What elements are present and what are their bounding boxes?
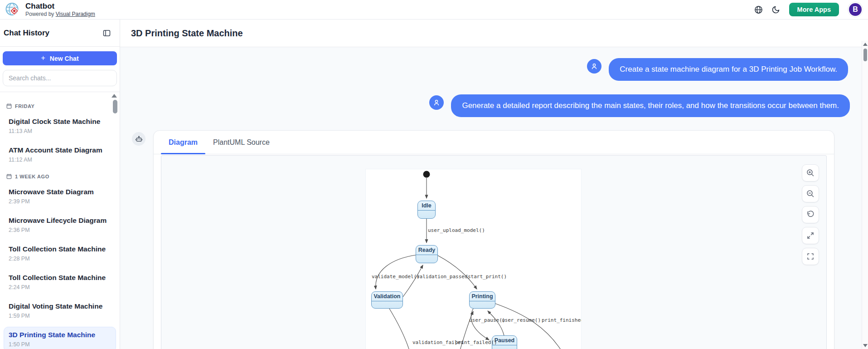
person-icon <box>433 99 440 106</box>
brand: Chatbot Powered by Visual Paradigm <box>5 1 95 18</box>
state-name: Validation <box>372 292 402 301</box>
sidebar-heading: Chat History <box>4 29 49 38</box>
reset-view-button[interactable] <box>802 206 819 223</box>
main-scrollbar <box>862 41 868 349</box>
page-title: 3D Printing State Machine <box>131 28 243 39</box>
diagram-card: Diagram PlantUML Source <box>153 130 834 349</box>
chat-item-title: Digital Clock State Machine <box>9 118 111 126</box>
robot-icon <box>135 135 143 143</box>
sidebar-scrollbar-thumb[interactable] <box>113 100 117 113</box>
chat-history-item[interactable]: Toll Collection State Machine 2:24 PM <box>4 270 116 295</box>
user-message-bubble: Create a state machine diagram for a 3D … <box>609 58 848 81</box>
chat-history-sidebar: Chat History + New Chat FRIDAY D <box>0 20 120 349</box>
transition-label: start_print() <box>468 274 507 280</box>
moon-icon <box>772 5 780 14</box>
panel-toggle-icon <box>103 29 111 37</box>
calendar-icon <box>6 173 12 179</box>
dark-mode-button[interactable] <box>772 5 780 14</box>
maximize-arrows-icon <box>806 231 815 240</box>
scroll-down-arrow[interactable] <box>863 344 868 347</box>
chat-history-item[interactable]: ATM Account State Diagram 11:12 AM <box>4 142 116 167</box>
powered-by: Powered by Visual Paradigm <box>25 11 95 17</box>
chat-section-label: 1 WEEK AGO <box>6 173 113 179</box>
zoom-in-icon <box>806 169 815 177</box>
diagram-controls <box>802 164 819 265</box>
language-globe-button[interactable] <box>754 5 763 14</box>
chat-item-title: Microwave Lifecycle Diagram <box>9 216 111 225</box>
chat-item-time: 1:50 PM <box>9 341 111 348</box>
chat-item-time: 11:13 AM <box>9 128 111 134</box>
card-tabs: Diagram PlantUML Source <box>154 131 834 154</box>
user-avatar <box>587 59 601 74</box>
transition-label: print_finished() <box>542 317 582 323</box>
app-header: Chatbot Powered by Visual Paradigm More … <box>0 0 868 20</box>
scroll-up-arrow[interactable] <box>112 94 117 98</box>
chat-item-time: 2:24 PM <box>9 284 111 290</box>
chat-item-time: 2:39 PM <box>9 198 111 205</box>
chat-item-title: ATM Account State Diagram <box>9 146 111 154</box>
user-avatar <box>429 95 444 110</box>
state-name: Idle <box>418 201 435 211</box>
chat-history-item[interactable]: Digital Voting State Machine 1:59 PM <box>4 298 116 323</box>
transition-label: validate_model() <box>372 274 420 280</box>
initial-state-dot <box>423 171 430 178</box>
state-machine-diagram: IdleReadyValidationPrintingPauseduser_up… <box>365 169 582 349</box>
zoom-out-icon <box>806 190 815 198</box>
user-message-bubble: Generate a detailed report describing th… <box>451 94 850 117</box>
chat-item-title: 3D Printing State Machine <box>9 331 111 339</box>
chat-history-item[interactable]: Microwave State Diagram 2:39 PM <box>4 184 116 209</box>
chat-history-item[interactable]: Microwave Lifecycle Diagram 2:36 PM <box>4 212 116 237</box>
state-box: Printing <box>469 291 495 309</box>
chat-item-title: Toll Collection State Machine <box>9 274 111 282</box>
tab-diagram[interactable]: Diagram <box>161 131 205 154</box>
app-logo-icon <box>5 1 21 18</box>
more-apps-button[interactable]: More Apps <box>789 3 839 16</box>
collapse-sidebar-button[interactable] <box>103 29 111 37</box>
chat-history-item[interactable]: 3D Printing State Machine 1:50 PM <box>4 327 116 349</box>
transition-label: print_failed() <box>455 339 497 345</box>
transition-label: user_upload_model() <box>428 227 485 233</box>
transition-label: validation_passed <box>417 274 468 280</box>
zoom-out-button[interactable] <box>802 185 819 202</box>
person-icon <box>591 63 598 70</box>
chat-history-item[interactable]: Digital Clock State Machine 11:13 AM <box>4 113 116 138</box>
transition-label: user_resume() <box>502 317 541 323</box>
search-chats-input[interactable] <box>3 70 117 86</box>
state-box: Idle <box>417 201 436 219</box>
fullscreen-button[interactable] <box>802 248 819 265</box>
chat-history-item[interactable]: Toll Collection State Machine 2:28 PM <box>4 241 116 266</box>
chat-item-time: 2:28 PM <box>9 256 111 262</box>
bot-response-row: Diagram PlantUML Source <box>132 130 868 349</box>
tab-plantuml-source[interactable]: PlantUML Source <box>205 131 277 154</box>
state-box: Validation <box>371 291 403 309</box>
chat-item-time: 2:36 PM <box>9 227 111 233</box>
bot-avatar <box>132 132 145 146</box>
state-name: Printing <box>470 292 495 301</box>
user-account-avatar[interactable]: B <box>848 2 863 17</box>
new-chat-button[interactable]: + New Chat <box>3 51 117 65</box>
chat-item-time: 11:12 AM <box>9 157 111 163</box>
chat-item-time: 1:59 PM <box>9 313 111 319</box>
visual-paradigm-link[interactable]: Visual Paradigm <box>56 11 95 17</box>
chat-item-title: Microwave State Diagram <box>9 188 111 196</box>
rotate-ccw-icon <box>806 211 815 219</box>
main-scrollbar-thumb[interactable] <box>863 49 867 61</box>
state-name: Ready <box>416 246 437 255</box>
expand-button[interactable] <box>802 227 819 244</box>
transition-label: user_pause() <box>469 317 505 323</box>
chat-area: Create a state machine diagram for a 3D … <box>120 47 868 349</box>
main-panel: 3D Printing State Machine Create a state… <box>120 20 868 349</box>
state-box: Ready <box>416 245 438 263</box>
app-title: Chatbot <box>25 2 95 11</box>
fullscreen-corners-icon <box>806 252 815 261</box>
scroll-up-arrow[interactable] <box>863 43 868 46</box>
chat-item-title: Toll Collection State Machine <box>9 245 111 253</box>
user-message-row: Generate a detailed report describing th… <box>120 94 850 117</box>
chat-list: FRIDAY Digital Clock State Machine 11:13… <box>0 92 120 349</box>
user-message-row: Create a state machine diagram for a 3D … <box>120 58 848 81</box>
calendar-icon <box>6 103 12 109</box>
chat-section-label: FRIDAY <box>6 103 113 109</box>
globe-icon <box>754 5 763 14</box>
zoom-in-button[interactable] <box>802 164 819 182</box>
chat-item-title: Digital Voting State Machine <box>9 302 111 310</box>
